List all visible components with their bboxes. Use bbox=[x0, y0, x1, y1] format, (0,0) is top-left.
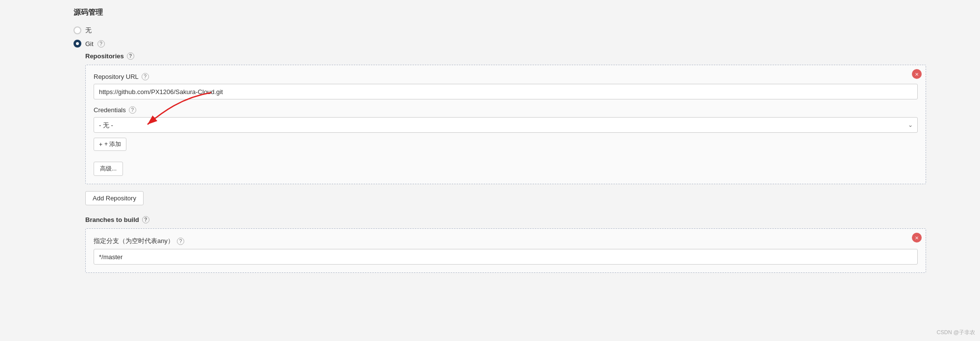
branches-label: Branches to build ? bbox=[85, 216, 926, 223]
radio-circle-git[interactable] bbox=[74, 40, 81, 48]
credentials-select[interactable]: - 无 - bbox=[94, 117, 918, 133]
radio-circle-none[interactable] bbox=[74, 26, 81, 34]
branch-specifier-label: 指定分支（为空时代表any） ? bbox=[94, 237, 918, 245]
add-repository-button[interactable]: Add Repository bbox=[85, 191, 144, 205]
main-content: 源码管理 无 Git ? Repositories ? × bbox=[69, 0, 941, 341]
radio-option-git[interactable]: Git ? bbox=[74, 40, 926, 48]
add-credentials-label: + 添加 bbox=[104, 140, 121, 148]
add-repository-label: Add Repository bbox=[93, 195, 136, 202]
page-title: 源码管理 bbox=[74, 8, 926, 17]
branches-label-text: Branches to build bbox=[85, 216, 139, 223]
csdn-watermark: CSDN @子非农 bbox=[937, 329, 975, 336]
repositories-section: Repositories ? × Repository URL ? Creden… bbox=[85, 52, 926, 215]
repo-url-label-text: Repository URL bbox=[94, 73, 139, 80]
remove-branch-button[interactable]: × bbox=[912, 233, 922, 243]
branch-specifier-input[interactable] bbox=[94, 249, 918, 265]
add-icon: + bbox=[99, 141, 102, 148]
repositories-label: Repositories ? bbox=[85, 52, 926, 60]
credentials-select-wrapper: - 无 - ⌄ bbox=[94, 117, 918, 133]
repo-url-help-icon[interactable]: ? bbox=[142, 73, 149, 80]
repository-box: × Repository URL ? Credentials ? - 无 - bbox=[85, 65, 926, 184]
repo-url-input[interactable] bbox=[94, 84, 918, 99]
advanced-button[interactable]: 高级... bbox=[94, 162, 123, 176]
credentials-help-icon[interactable]: ? bbox=[129, 106, 136, 114]
radio-label-none: 无 bbox=[85, 26, 92, 35]
branches-section: Branches to build ? × 指定分支（为空时代表any） ? bbox=[85, 216, 926, 273]
credentials-label-text: Credentials bbox=[94, 106, 126, 114]
add-credentials-button[interactable]: + + 添加 bbox=[94, 138, 126, 151]
branch-box: × 指定分支（为空时代表any） ? bbox=[85, 228, 926, 273]
radio-label-git: Git bbox=[85, 40, 94, 48]
repositories-help-icon[interactable]: ? bbox=[127, 52, 134, 60]
git-help-icon[interactable]: ? bbox=[98, 40, 105, 48]
credentials-label: Credentials ? bbox=[94, 106, 918, 114]
branch-specifier-help-icon[interactable]: ? bbox=[177, 238, 184, 245]
radio-option-none[interactable]: 无 bbox=[74, 26, 926, 35]
radio-group: 无 Git ? bbox=[74, 26, 926, 48]
right-area bbox=[941, 0, 980, 341]
advanced-label: 高级... bbox=[100, 165, 117, 173]
branch-specifier-label-text: 指定分支（为空时代表any） bbox=[94, 237, 174, 245]
repo-url-label: Repository URL ? bbox=[94, 73, 918, 80]
repositories-label-text: Repositories bbox=[85, 52, 124, 60]
remove-repo-button[interactable]: × bbox=[912, 69, 922, 79]
branches-help-icon[interactable]: ? bbox=[142, 216, 149, 223]
left-sidebar bbox=[0, 0, 69, 341]
